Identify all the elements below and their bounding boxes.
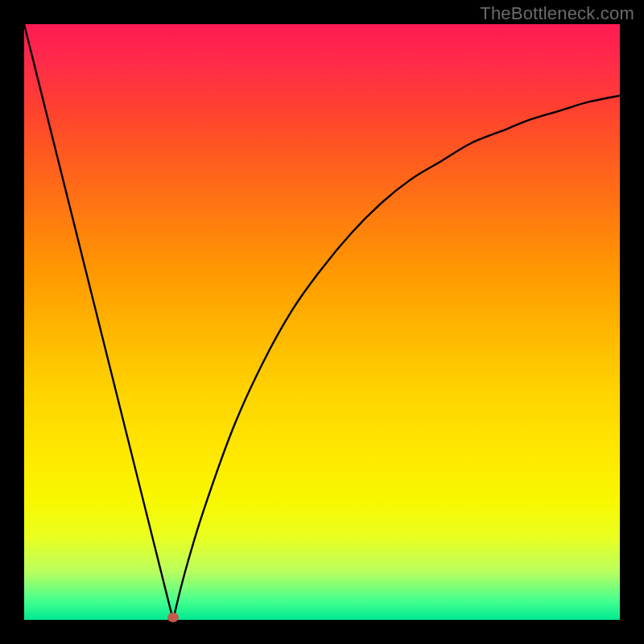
watermark-text: TheBottleneck.com xyxy=(480,3,634,24)
bottleneck-curve xyxy=(24,24,620,620)
chart-plot-area xyxy=(24,24,620,620)
curve-path xyxy=(24,24,620,620)
minimum-marker-dot xyxy=(167,613,179,622)
